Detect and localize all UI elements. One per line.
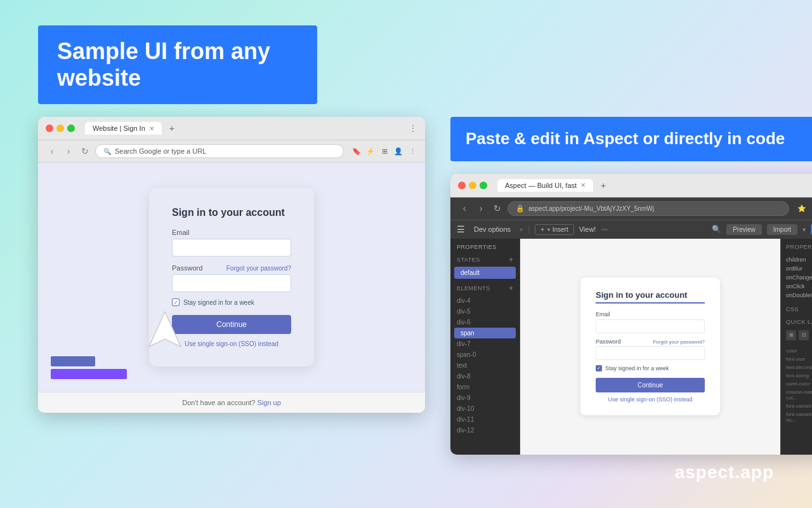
rpanel-onchange[interactable]: onChange [786,273,812,282]
mini-sso-link[interactable]: Use single sign-on (SSO) instead [596,396,705,403]
aspect-close-btn[interactable] [458,182,466,189]
email-label: Email [172,229,291,236]
element-span[interactable]: span [454,328,516,338]
aspect-body: PROPERTIES STATES + default ELEMENTS + d… [450,239,812,455]
rpanel-fontvariantnu-row: font-variant-nu... proportiona... [786,410,812,424]
search-icon[interactable]: 🔍 [712,225,721,234]
import-chevron-icon[interactable]: ▾ [802,226,806,233]
maximize-button[interactable] [67,124,75,132]
aspect-lock-icon: 🔒 [516,204,525,213]
mini-signin-title[interactable]: Sign in to your account [596,290,705,304]
mini-password-input[interactable] [596,346,705,360]
rpanel-css-title: CSS [786,306,812,312]
mini-remember-checkbox[interactable]: ✓ [596,365,602,371]
rpanel-children[interactable]: children [786,255,812,264]
aspect-back-icon[interactable]: ‹ [458,203,471,213]
rpanel-onblur[interactable]: onBlur [786,264,812,273]
rpanel-caretcolor-key: caret-color [786,381,810,387]
dev-options-menu[interactable]: Dev options [470,224,514,234]
rpanel-color-row: color rgb(26, 31,... [786,347,812,355]
elements-title: ELEMENTS [457,285,490,291]
element-div7[interactable]: div-7 [450,338,520,349]
bookmark-icon[interactable]: 🔖 [351,146,362,156]
rpanel-onclick[interactable]: onClick [786,282,812,291]
insert-button[interactable]: + + Insert [535,224,573,235]
remember-label: Stay signed in for a week [183,299,254,306]
refresh-icon[interactable]: ↻ [79,146,91,156]
sample-ui-text: Sample UI from any website [57,38,270,91]
aspect-forward-icon[interactable]: › [475,203,487,213]
mini-forgot-link[interactable]: Forgot your password? [653,339,705,345]
address-bar[interactable]: 🔍 Search Google or type a URL [95,144,344,158]
hamburger-icon[interactable]: ☰ [457,224,465,234]
import-button[interactable]: Import [767,224,797,235]
signup-link[interactable]: Sign up [258,399,281,406]
forward-icon[interactable]: › [62,146,75,156]
menu-icon[interactable]: ⋮ [407,146,417,156]
tab-close-icon[interactable]: ✕ [149,125,154,132]
elements-header: ELEMENTS + [450,279,520,295]
rpanel-boxsizing-row: box-sizing border-box [786,371,812,380]
states-add-icon[interactable]: + [509,255,513,264]
remember-checkbox[interactable]: ✓ [172,298,180,306]
minimize-button[interactable] [56,124,64,132]
element-div11[interactable]: div-11 [450,414,520,425]
aspect-maximize-btn[interactable] [480,182,487,189]
svg-marker-0 [149,312,181,347]
rpanel-fontvariant-row: font-variant proportiona... [786,402,812,410]
mini-signin-card: Sign in to your account Email Password F… [580,277,720,415]
left-panel: PROPERTIES STATES + default ELEMENTS + d… [450,239,520,455]
dont-have-account-text: Don't have an account? [182,399,255,406]
aspect-toolbar-addr: ‹ › ↻ 🔒 aspect.app/project/-Mu_VbtAjYJzX… [450,197,812,220]
aspect-new-tab-icon[interactable]: + [601,180,606,190]
extension-icon[interactable]: ⚡ [365,146,376,156]
email-input[interactable] [172,239,291,257]
grid-icon[interactable]: ⊞ [379,146,390,156]
element-div5[interactable]: div-5 [450,306,520,317]
layout-icon-1[interactable]: ⊞ [786,330,796,340]
element-span0[interactable]: span-0 [450,349,520,360]
element-text[interactable]: text [450,360,520,371]
aspect-action-btns: Preview Import ▾ Export ▾ [726,224,812,235]
branding: aspect.app [675,462,774,483]
state-default[interactable]: default [454,267,516,279]
aspect-tab[interactable]: Aspect — Build UI, fast ✕ [497,179,593,192]
aspect-bookmark-icon[interactable]: ⭐ [797,203,807,213]
element-form[interactable]: form [450,382,520,392]
element-div8[interactable]: div-8 [450,371,520,382]
main-container: Sample UI from any website Website | Sig… [0,0,812,508]
element-div9[interactable]: div-9 [450,392,520,403]
element-div4[interactable]: div-4 [450,295,520,306]
elements-add-icon[interactable]: + [509,284,513,293]
sample-ui-badge: Sample UI from any website [38,25,317,104]
view-button[interactable]: View! [579,225,596,233]
aspect-address-bar[interactable]: 🔒 aspect.app/project/-Mu_VbtAjYJzXY_5nmW… [508,201,789,216]
layout-icon-2[interactable]: ⊡ [799,330,809,340]
close-button[interactable] [46,124,53,132]
traffic-lights [46,124,75,132]
states-header: STATES + [450,253,520,267]
aspect-minimize-btn[interactable] [469,182,476,189]
rpanel-columnrule-row: column-rule-col... rgb(26, 31,... [786,388,812,402]
more-options-icon[interactable]: ⋮ [409,123,417,133]
mini-continue-button[interactable]: Continue [596,378,705,392]
states-title: STATES [457,257,480,263]
password-input[interactable] [172,274,291,292]
forgot-password-link[interactable]: Forgot your password? [226,265,291,272]
back-icon[interactable]: ‹ [46,146,58,156]
mini-email-input[interactable] [596,319,705,333]
rpanel-ondoubleclick[interactable]: onDoubleClick [786,291,812,300]
preview-button[interactable]: Preview [726,224,762,235]
sso-link[interactable]: Use single sign-on (SSO) instead [172,340,291,347]
aspect-refresh-icon[interactable]: ↻ [491,203,504,213]
properties-title: PROPERTIES [450,239,520,253]
rpanel-layout-icons: ⊞ ⊡ [786,330,812,340]
new-tab-icon[interactable]: + [169,123,174,133]
element-div10[interactable]: div-10 [450,403,520,414]
browser-tab[interactable]: Website | Sign In ✕ [85,122,162,135]
element-div6[interactable]: div-6 [450,317,520,328]
continue-button[interactable]: Continue [172,315,291,334]
element-div12[interactable]: div-12 [450,425,520,436]
user-icon[interactable]: 👤 [393,146,403,156]
aspect-tab-close-icon[interactable]: ✕ [580,182,586,189]
